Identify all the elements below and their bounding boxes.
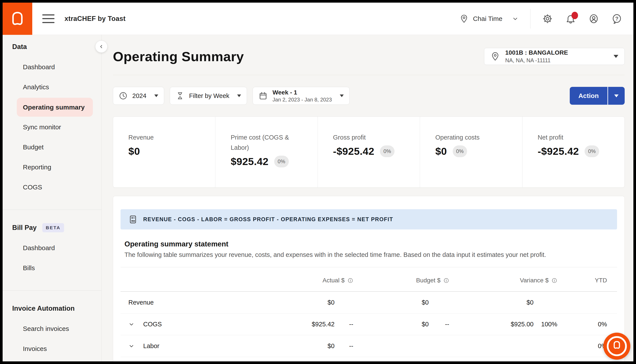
cell-variance: $925.00 (511, 321, 534, 328)
statement-card: REVENUE - COGS - LABOR = GROSS PROFIT - … (113, 196, 625, 362)
sidebar-item-dashboard[interactable]: Dashboard (3, 57, 101, 77)
cell-budget: $0 (422, 321, 429, 328)
column-ytd: YTD (595, 277, 607, 284)
location-pin-icon (490, 52, 500, 61)
store-name: Chai Time (473, 15, 502, 22)
kpi-value: $925.42 (231, 156, 268, 168)
column-budget: Budget $ (416, 277, 449, 284)
sidebar-divider (3, 290, 101, 291)
cell-actual: $0 (328, 342, 335, 350)
sidebar-item-budget[interactable]: Budget (3, 137, 101, 157)
beta-badge: BETA (42, 223, 64, 232)
toast-bread-icon (10, 9, 25, 28)
kpi-value: -$925.42 (333, 145, 374, 157)
cell-actual-pct: -- (349, 321, 353, 328)
cell-variance: $0 (527, 299, 534, 306)
sidebar-item-analytics[interactable]: Analytics (3, 77, 101, 97)
page-title: Operating Summary (113, 49, 244, 64)
year-select[interactable]: 2024 (113, 87, 164, 105)
statement-heading: Operating summary statement (124, 240, 617, 248)
formula-banner: REVENUE - COGS - LABOR = GROSS PROFIT - … (121, 209, 617, 230)
column-label: Variance $ (520, 277, 549, 284)
store-selector[interactable]: Chai Time (460, 14, 519, 23)
user-icon (588, 14, 599, 24)
row-label-text: Labor (143, 342, 159, 350)
info-icon[interactable] (443, 278, 449, 284)
kpi-net-profit: Net profit -$925.42 0% (522, 117, 624, 188)
sidebar-nav-data: Dashboard Analytics Operating summary Sy… (3, 57, 101, 197)
sidebar-nav-billpay: Dashboard Bills (3, 238, 101, 278)
expand-chevron-icon[interactable] (128, 343, 134, 349)
sidebar-item-invoices[interactable]: Invoices (3, 339, 101, 359)
sidebar-section-title: Bill Pay (12, 224, 37, 232)
kpi-value: $0 (128, 145, 140, 157)
kpi-value: -$925.42 (538, 145, 579, 157)
expand-chevron-icon[interactable] (128, 321, 134, 328)
sidebar-item-cogs[interactable]: COGS (3, 177, 101, 197)
kpi-percent-badge: 0% (274, 156, 289, 168)
sidebar-item-billpay-dashboard[interactable]: Dashboard (3, 238, 101, 258)
settings-button[interactable] (542, 14, 553, 24)
sidebar-item-bills[interactable]: Bills (3, 258, 101, 278)
filter-bar: 2024 Filter by Week (113, 87, 625, 105)
sidebar-item-operating-summary[interactable]: Operating summary (17, 98, 93, 117)
svg-text:?: ? (615, 16, 618, 22)
kpi-label: Operating costs (435, 132, 508, 142)
calendar-icon (259, 91, 268, 100)
toast-logo[interactable] (3, 2, 32, 35)
row-label: COGS (121, 321, 247, 328)
row-label-text: COGS (143, 321, 162, 328)
table-header-row: Actual $ Budget $ Va (121, 267, 617, 292)
sidebar-collapse-button[interactable] (95, 40, 107, 53)
sidebar-item-sync-monitor[interactable]: Sync monitor (3, 117, 101, 137)
table-row-labor: Labor $0 -- 0% (121, 335, 617, 357)
dropdown-arrow-icon (340, 94, 344, 97)
location-selector[interactable]: 1001B : BANGALORE NA, NA, NA -11111 (484, 48, 625, 65)
topbar-actions: Chai Time (460, 9, 633, 28)
support-chat-button[interactable] (603, 333, 630, 360)
cell-actual-pct: -- (349, 342, 353, 350)
period-type-value: Filter by Week (189, 92, 230, 100)
app-title: xtraCHEF by Toast (65, 15, 126, 23)
top-bar: xtraCHEF by Toast Chai Time (3, 2, 633, 35)
year-value: 2024 (132, 92, 146, 100)
cell-actual: $0 (328, 299, 335, 306)
main-content: Operating Summary 1001B : BANGALORE NA, … (102, 35, 633, 362)
sidebar-section-invoice-automation: Invoice Automation (3, 298, 101, 319)
row-label-text: Revenue (128, 299, 154, 306)
column-label: Actual $ (323, 277, 345, 284)
action-dropdown-button[interactable] (608, 87, 625, 105)
gear-icon (542, 14, 553, 24)
cell-variance-pct: 100% (541, 321, 557, 328)
sidebar: Data Dashboard Analytics Operating summa… (3, 35, 102, 362)
sidebar-item-reporting[interactable]: Reporting (3, 157, 101, 177)
kpi-prime-cost: Prime cost (COGS & Labor) $925.42 0% (215, 117, 317, 188)
period-type-select[interactable]: Filter by Week (170, 87, 247, 105)
action-split-button: Action (570, 87, 625, 105)
column-variance: Variance $ (520, 277, 557, 284)
statement-description: The following table summarizes your reve… (124, 251, 617, 258)
dropdown-arrow-icon (614, 94, 618, 97)
info-icon[interactable] (347, 278, 353, 284)
dropdown-arrow-icon (154, 94, 158, 97)
sidebar-item-search-invoices[interactable]: Search invoices (3, 319, 101, 339)
menu-icon[interactable] (42, 14, 55, 23)
kpi-label: Net profit (538, 132, 611, 142)
chevron-down-icon (512, 16, 519, 22)
kpi-percent-badge: 0% (380, 146, 394, 157)
clock-icon (119, 92, 127, 100)
notifications-button[interactable] (565, 14, 576, 24)
sidebar-section-data: Data (3, 36, 101, 57)
week-label: Week - 1 (273, 89, 332, 96)
help-button[interactable]: ? (611, 14, 622, 24)
chevron-left-icon (99, 44, 104, 49)
formula-text: REVENUE - COGS - LABOR = GROSS PROFIT - … (143, 216, 393, 222)
header-divider (530, 9, 531, 28)
info-icon[interactable] (551, 278, 557, 284)
kpi-summary-card: Revenue $0 Prime cost (COGS & Labor) $92… (113, 116, 625, 188)
sidebar-section-billpay: Bill Pay BETA (3, 218, 101, 238)
week-select[interactable]: Week - 1 Jan 2, 2023 - Jan 8, 2023 (253, 87, 349, 105)
account-button[interactable] (588, 14, 599, 24)
dropdown-arrow-icon (613, 55, 618, 58)
action-button[interactable]: Action (570, 87, 608, 105)
